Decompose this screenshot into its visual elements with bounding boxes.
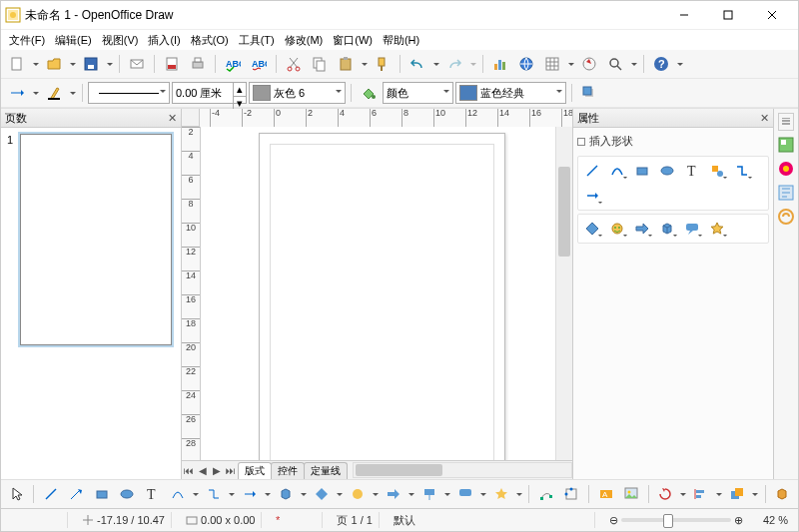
- menu-modify[interactable]: 修改(M): [281, 31, 328, 50]
- line-shape-button[interactable]: [581, 160, 603, 182]
- open-button[interactable]: [42, 52, 66, 76]
- zoom-in-button[interactable]: ⊕: [734, 514, 743, 527]
- line-tool[interactable]: [39, 482, 62, 506]
- stars-dropdown[interactable]: [515, 490, 524, 499]
- help-dropdown[interactable]: [675, 60, 684, 69]
- table-button[interactable]: [540, 52, 564, 76]
- spellcheck-button[interactable]: ABC: [221, 52, 245, 76]
- block-arrows-dropdown[interactable]: [407, 490, 416, 499]
- tab-controls[interactable]: 控件: [271, 462, 305, 479]
- line-width-spinner[interactable]: 0.00 厘米▴▾: [172, 82, 247, 104]
- zoom-button[interactable]: [603, 52, 627, 76]
- zoom-out-button[interactable]: ⊖: [609, 514, 618, 527]
- vertical-ruler[interactable]: 246810121416182022242628: [182, 127, 201, 460]
- sidebar-properties-icon[interactable]: [776, 135, 796, 155]
- basic-shapes-tool[interactable]: [310, 482, 333, 506]
- properties-panel-close-icon[interactable]: ✕: [760, 112, 769, 125]
- print-button[interactable]: [186, 52, 210, 76]
- ellipse-tool[interactable]: [115, 482, 138, 506]
- horizontal-scrollbar[interactable]: [353, 462, 572, 478]
- menu-view[interactable]: 视图(V): [98, 31, 143, 50]
- arrow-style-dropdown[interactable]: [31, 89, 40, 98]
- redo-button[interactable]: [442, 52, 466, 76]
- connector-dropdown[interactable]: [227, 490, 236, 499]
- 3d-tool[interactable]: [274, 482, 297, 506]
- menu-insert[interactable]: 插入(I): [144, 31, 184, 50]
- text-shape-button[interactable]: T: [681, 160, 703, 182]
- line-color-combo[interactable]: 灰色 6: [249, 82, 346, 104]
- area-fill-button[interactable]: [357, 81, 381, 105]
- hyperlink-button[interactable]: [514, 52, 538, 76]
- canvas-viewport[interactable]: [201, 127, 555, 460]
- vertical-scrollbar[interactable]: [555, 127, 572, 460]
- 3d-dropdown[interactable]: [299, 490, 308, 499]
- auto-spellcheck-button[interactable]: ABC: [247, 52, 271, 76]
- menu-file[interactable]: 文件(F): [5, 31, 49, 50]
- insert-shapes-section[interactable]: 插入形状: [577, 132, 769, 153]
- basic-shapes-dropdown[interactable]: [335, 490, 344, 499]
- redo-dropdown[interactable]: [468, 60, 477, 69]
- tab-nav-first[interactable]: ⏮: [182, 463, 196, 477]
- menu-edit[interactable]: 编辑(E): [51, 31, 96, 50]
- from-file-tool[interactable]: [619, 482, 642, 506]
- export-pdf-button[interactable]: [160, 52, 184, 76]
- undo-dropdown[interactable]: [431, 60, 440, 69]
- paste-dropdown[interactable]: [360, 60, 369, 69]
- rotate-dropdown[interactable]: [679, 490, 688, 499]
- align-dropdown[interactable]: [715, 490, 724, 499]
- undo-button[interactable]: [405, 52, 429, 76]
- callout-shapes-button[interactable]: [681, 218, 703, 240]
- new-dropdown[interactable]: [31, 60, 40, 69]
- clone-format-button[interactable]: [371, 52, 395, 76]
- zoom-percent[interactable]: 42 %: [757, 512, 794, 528]
- cut-button[interactable]: [282, 52, 306, 76]
- sidebar-collapse-icon[interactable]: [778, 113, 794, 131]
- line-color-dropdown[interactable]: [68, 89, 77, 98]
- copy-button[interactable]: [308, 52, 332, 76]
- page-thumbnail-1[interactable]: 1: [7, 134, 175, 345]
- callouts-tool[interactable]: [453, 482, 476, 506]
- curve-tool[interactable]: [166, 482, 189, 506]
- flowchart-shapes-button[interactable]: [581, 218, 603, 240]
- close-button[interactable]: [750, 2, 794, 28]
- star-shapes-button[interactable]: [706, 218, 728, 240]
- tab-nav-next[interactable]: ▶: [210, 463, 224, 477]
- open-dropdown[interactable]: [68, 60, 77, 69]
- menu-tools[interactable]: 工具(T): [235, 31, 279, 50]
- save-button[interactable]: [79, 52, 103, 76]
- align-tool[interactable]: [690, 482, 713, 506]
- arrow-style-button[interactable]: [5, 81, 29, 105]
- sidebar-functions-icon[interactable]: [776, 207, 796, 227]
- tab-layout[interactable]: 版式: [238, 462, 272, 479]
- save-dropdown[interactable]: [105, 60, 114, 69]
- rectangle-shape-button[interactable]: [631, 160, 653, 182]
- new-button[interactable]: [5, 52, 29, 76]
- menu-format[interactable]: 格式(O): [187, 31, 233, 50]
- tab-dimlines[interactable]: 定量线: [304, 462, 348, 479]
- line-style-combo[interactable]: [88, 82, 170, 104]
- arrange-dropdown[interactable]: [751, 490, 760, 499]
- fill-value-combo[interactable]: 蓝色经典: [455, 82, 566, 104]
- arrow-shapes-button[interactable]: [581, 185, 603, 207]
- fill-type-combo[interactable]: 颜色: [383, 82, 453, 104]
- text-tool[interactable]: T: [141, 482, 164, 506]
- status-page[interactable]: 页 1 / 1: [331, 512, 379, 528]
- menu-help[interactable]: 帮助(H): [379, 31, 423, 50]
- shadow-button[interactable]: [577, 81, 601, 105]
- sidebar-gallery-icon[interactable]: [776, 159, 796, 179]
- horizontal-ruler[interactable]: -4-20246810121416182022: [200, 109, 572, 128]
- symbol-shapes-button[interactable]: [606, 218, 628, 240]
- status-layer[interactable]: 默认: [388, 512, 595, 528]
- pages-panel-close-icon[interactable]: ✕: [168, 112, 177, 125]
- sidebar-navigator-icon[interactable]: [776, 183, 796, 203]
- connector-shape-button[interactable]: [731, 160, 753, 182]
- rectangle-tool[interactable]: [90, 482, 113, 506]
- curve-shape-button[interactable]: [606, 160, 628, 182]
- menu-window[interactable]: 窗口(W): [329, 31, 377, 50]
- connector-tool[interactable]: [202, 482, 225, 506]
- tab-nav-last[interactable]: ⏭: [224, 463, 238, 477]
- block-arrows-tool[interactable]: [382, 482, 404, 506]
- lines-arrows-tool[interactable]: [238, 482, 261, 506]
- flowchart-tool[interactable]: [417, 482, 440, 506]
- fontwork-tool[interactable]: A: [594, 482, 617, 506]
